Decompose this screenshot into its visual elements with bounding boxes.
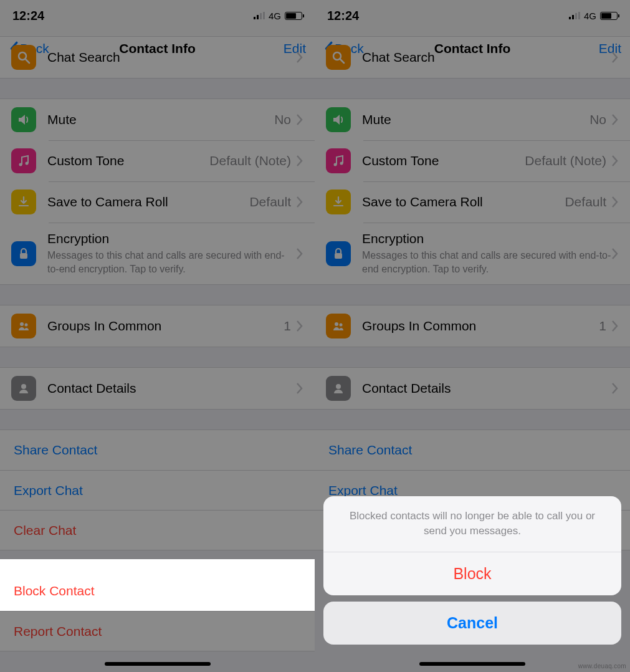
svg-rect-15 [578, 12, 580, 19]
svg-point-11 [21, 384, 26, 389]
row-groups[interactable]: Groups In Common 1 [0, 305, 315, 347]
svg-rect-14 [575, 13, 577, 19]
chevron-right-icon [296, 196, 303, 208]
svg-point-7 [26, 162, 29, 165]
export-chat-button[interactable]: Export Chat [0, 470, 315, 510]
svg-point-19 [340, 162, 343, 165]
row-subtitle: Messages to this chat and calls are secu… [47, 249, 296, 276]
row-label: Encryption [47, 231, 296, 246]
row-label: Groups In Common [362, 319, 599, 334]
network-label: 4G [584, 11, 596, 21]
row-custom-tone[interactable]: Custom Tone Default (Note) [0, 140, 315, 181]
section-block: Block Contact Report Contact [0, 570, 315, 651]
lock-icon [11, 241, 36, 266]
clear-chat-button[interactable]: Clear Chat [0, 510, 315, 550]
row-label: Chat Search [47, 50, 296, 65]
svg-line-5 [26, 59, 29, 63]
row-label: Groups In Common [47, 319, 284, 334]
home-indicator[interactable] [419, 662, 525, 666]
section-details: Contact Details [0, 367, 315, 410]
battery-icon [600, 12, 618, 20]
row-value: No [589, 112, 606, 127]
chevron-right-icon [611, 155, 619, 167]
svg-rect-0 [254, 17, 255, 19]
row-label: Mute [362, 112, 589, 127]
section-search: Chat Search [315, 36, 630, 79]
svg-line-17 [340, 59, 344, 63]
chevron-right-icon [296, 51, 303, 64]
sheet-message: Blocked contacts will no longer be able … [323, 496, 621, 552]
group-icon [326, 314, 351, 338]
row-value: No [274, 112, 291, 127]
section-settings: Mute No Custom Tone Default (Note) Save … [0, 98, 315, 285]
block-contact-button[interactable]: Block Contact [0, 571, 315, 611]
status-time: 12:24 [327, 9, 359, 23]
row-value: 1 [599, 319, 606, 334]
group-icon [11, 314, 36, 338]
row-mute[interactable]: Mute No [315, 99, 630, 140]
row-encryption[interactable]: Encryption Messages to this chat and cal… [0, 223, 315, 284]
music-icon [326, 148, 351, 173]
network-label: 4G [269, 11, 281, 21]
row-value: Default (Note) [209, 153, 291, 168]
row-label: Contact Details [362, 381, 611, 396]
chevron-right-icon [611, 196, 619, 208]
section-actions: Share Contact Export Chat Clear Chat [0, 430, 315, 550]
svg-rect-8 [20, 253, 27, 259]
share-contact-button[interactable]: Share Contact [315, 430, 630, 470]
download-icon [326, 190, 351, 214]
svg-rect-2 [260, 13, 262, 19]
row-save-camera-roll[interactable]: Save to Camera Roll Default [0, 181, 315, 223]
section-details: Contact Details [315, 367, 630, 410]
action-sheet: Blocked contacts will no longer be able … [323, 496, 621, 645]
section-settings: Mute No Custom Tone Default (Note) Save … [315, 98, 630, 285]
svg-point-18 [334, 163, 337, 166]
status-bar: 12:24 4G [315, 0, 630, 31]
svg-point-9 [20, 322, 24, 326]
chevron-right-icon [296, 247, 303, 260]
chevron-right-icon [296, 382, 303, 395]
row-label: Encryption [362, 231, 611, 246]
svg-point-21 [335, 322, 338, 326]
row-chat-search[interactable]: Chat Search [0, 37, 315, 78]
home-indicator[interactable] [105, 662, 211, 666]
row-contact-details[interactable]: Contact Details [0, 368, 315, 409]
svg-rect-3 [263, 12, 265, 19]
row-custom-tone[interactable]: Custom Tone Default (Note) [315, 140, 630, 181]
sheet-block-button[interactable]: Block [323, 552, 621, 595]
search-icon [326, 45, 351, 70]
svg-rect-20 [335, 253, 342, 259]
row-groups[interactable]: Groups In Common 1 [315, 305, 630, 347]
svg-rect-1 [257, 15, 259, 19]
screenshot-right: 12:24 4G Back Contact Info Edit Chat Sea… [315, 0, 630, 672]
row-label: Custom Tone [362, 153, 525, 168]
chevron-right-icon [611, 51, 619, 64]
svg-rect-13 [572, 15, 574, 19]
sheet-cancel-button[interactable]: Cancel [323, 602, 621, 645]
svg-point-23 [336, 384, 341, 389]
chevron-right-icon [611, 382, 619, 395]
row-value: Default [565, 194, 606, 209]
svg-point-22 [340, 324, 343, 327]
report-contact-button[interactable]: Report Contact [0, 611, 315, 651]
status-bar: 12:24 4G [0, 0, 315, 31]
row-label: Mute [47, 112, 274, 127]
row-contact-details[interactable]: Contact Details [315, 368, 630, 409]
row-label: Custom Tone [47, 153, 209, 168]
status-time: 12:24 [12, 9, 44, 23]
row-label: Chat Search [362, 50, 611, 65]
row-value: Default (Note) [525, 153, 606, 168]
row-encryption[interactable]: Encryption Messages to this chat and cal… [315, 223, 630, 284]
row-mute[interactable]: Mute No [0, 99, 315, 140]
row-chat-search[interactable]: Chat Search [315, 37, 630, 78]
row-save-camera-roll[interactable]: Save to Camera Roll Default [315, 181, 630, 223]
signal-icon [569, 12, 580, 19]
section-search: Chat Search [0, 36, 315, 79]
svg-point-10 [25, 324, 28, 327]
row-value: 1 [284, 319, 291, 334]
chevron-right-icon [296, 155, 303, 167]
lock-icon [326, 241, 351, 266]
row-subtitle: Messages to this chat and calls are secu… [362, 249, 611, 276]
share-contact-button[interactable]: Share Contact [0, 430, 315, 470]
section-groups: Groups In Common 1 [0, 305, 315, 347]
